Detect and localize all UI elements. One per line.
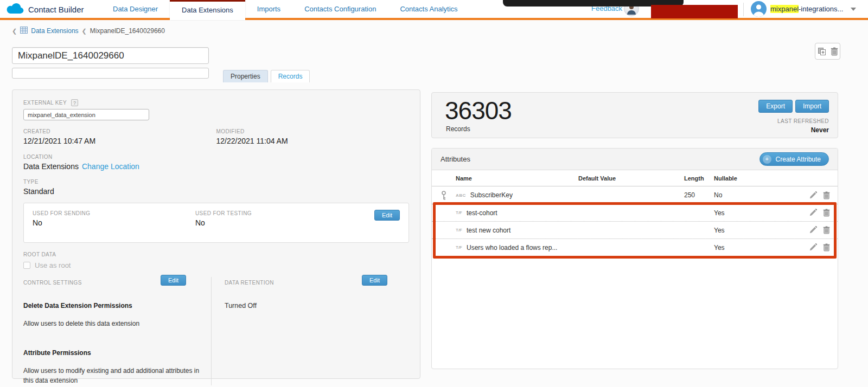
location-value: Data Extensions [23, 162, 79, 171]
attribute-name: test-cohort [467, 209, 497, 217]
breadcrumb-data-extensions-link[interactable]: Data Extensions [31, 27, 78, 35]
col-length: Length [684, 175, 714, 182]
page-action-buttons [815, 43, 840, 60]
created-label: CREATED [23, 128, 216, 134]
attributes-panel: Attributes + Create Attribute Name Defau… [431, 148, 838, 369]
cloud-logo-icon [7, 3, 24, 16]
modified-value: 12/22/2021 11:04 AM [216, 137, 410, 145]
last-refreshed-label: LAST REFRESHED [777, 118, 829, 124]
change-location-link[interactable]: Change Location [82, 162, 139, 171]
delete-extension-icon[interactable] [831, 47, 838, 56]
root-data-label: ROOT DATA [23, 251, 409, 257]
help-icon[interactable]: ? [71, 99, 78, 106]
chevron-left-icon: ❮ [82, 28, 87, 35]
attributes-table-header: Name Default Value Length Nullable [432, 170, 838, 186]
data-retention-value: Turned Off [225, 302, 409, 309]
primary-key-icon [432, 191, 456, 200]
attributes-title: Attributes [441, 155, 470, 163]
user-name: mixpanel-integrations... [770, 5, 843, 13]
delete-permissions-desc: Allow users to delete this data extensio… [23, 319, 202, 328]
boolean-type-icon: T/F [456, 228, 462, 233]
data-retention-label: DATA RETENTION [225, 280, 274, 286]
grid-icon [20, 27, 28, 35]
sending-settings-box: USED FOR SENDING No USED FOR TESTING No … [23, 203, 409, 243]
extension-description-input[interactable] [12, 68, 209, 79]
use-as-root-label: Use as root [35, 261, 71, 269]
table-row: T/F Users who loaded a flows rep... Yes [432, 238, 838, 256]
tab-records[interactable]: Records [271, 70, 310, 82]
attribute-nullable: Yes [714, 244, 779, 251]
modified-label: MODIFIED [216, 128, 410, 134]
edit-attribute-icon[interactable] [809, 243, 817, 251]
location-label: LOCATION [23, 154, 409, 160]
used-for-testing-value: No [195, 218, 252, 227]
nav-data-extensions[interactable]: Data Extensions [170, 0, 245, 20]
external-key-input[interactable] [23, 109, 149, 120]
delete-attribute-icon[interactable] [823, 243, 830, 251]
col-default-value: Default Value [578, 175, 684, 182]
delete-attribute-icon[interactable] [823, 191, 830, 199]
text-type-icon: ABC [456, 193, 466, 198]
redaction-box-red [651, 5, 738, 18]
edit-control-settings-button[interactable]: Edit [161, 275, 186, 286]
detail-tabs: Properties Records [223, 70, 310, 82]
import-button[interactable]: Import [795, 100, 829, 113]
type-label: TYPE [23, 179, 409, 185]
extension-name-input[interactable] [12, 47, 209, 64]
chevron-down-icon[interactable] [851, 8, 856, 11]
control-settings-label: CONTROL SETTINGS [23, 280, 82, 286]
export-button[interactable]: Export [758, 100, 793, 113]
type-value: Standard [23, 187, 409, 196]
plus-icon: + [763, 155, 771, 164]
records-count-label: Records [446, 125, 470, 133]
last-refreshed-value: Never [811, 126, 829, 134]
external-key-label: EXTERNAL KEY [23, 100, 67, 106]
table-row: T/F test-cohort Yes [432, 204, 838, 221]
attribute-permissions-title: Attribute Permissions [23, 349, 202, 357]
create-attribute-label: Create Attribute [776, 156, 821, 163]
delete-attribute-icon[interactable] [823, 209, 830, 217]
user-name-highlight: mixpanel [770, 5, 799, 13]
user-menu[interactable]: mixpanel-integrations... [751, 1, 856, 17]
records-summary-card: 36303 Records Export Import LAST REFRESH… [431, 92, 838, 138]
copy-extension-icon[interactable] [818, 47, 826, 56]
edit-attribute-icon[interactable] [809, 191, 817, 199]
delete-attribute-icon[interactable] [823, 226, 830, 234]
breadcrumb: ❮ Data Extensions ❮ MixpanelDE_164002966… [12, 27, 165, 35]
edit-data-retention-button[interactable]: Edit [362, 275, 387, 286]
app-brand[interactable]: Contact Builder [7, 3, 84, 16]
nav-contacts-analytics[interactable]: Contacts Analytics [388, 0, 469, 20]
attribute-name: test new cohort [467, 227, 510, 234]
attribute-name: SubscriberKey [470, 191, 513, 199]
create-attribute-button[interactable]: + Create Attribute [760, 152, 829, 166]
edit-attribute-icon[interactable] [809, 209, 817, 217]
attribute-length: 250 [684, 191, 714, 199]
user-avatar-icon [751, 1, 767, 17]
header-divider [743, 3, 744, 16]
edit-attribute-icon[interactable] [809, 226, 817, 234]
col-nullable: Nullable [714, 175, 779, 182]
app-title: Contact Builder [28, 5, 84, 14]
edit-sending-button[interactable]: Edit [374, 210, 400, 221]
breadcrumb-current: MixpanelDE_1640029660 [90, 27, 165, 35]
boolean-type-icon: T/F [456, 245, 462, 250]
nav-imports[interactable]: Imports [245, 0, 292, 20]
created-value: 12/21/2021 10:47 AM [23, 137, 216, 145]
use-as-root-checkbox [23, 262, 30, 269]
records-count: 36303 [445, 96, 512, 125]
attribute-nullable: Yes [714, 209, 779, 217]
used-for-testing-label: USED FOR TESTING [195, 210, 252, 216]
user-name-rest: -integrations... [799, 5, 843, 13]
attribute-nullable: Yes [714, 227, 779, 234]
table-row: ABC SubscriberKey 250 No [432, 186, 838, 204]
attribute-nullable: No [714, 191, 779, 199]
boolean-type-icon: T/F [456, 210, 462, 215]
tab-properties[interactable]: Properties [223, 70, 268, 82]
nav-contacts-configuration[interactable]: Contacts Configuration [292, 0, 388, 20]
nav-data-designer[interactable]: Data Designer [101, 0, 170, 20]
attribute-permissions-desc: Allow users to modify existing and add a… [23, 366, 202, 385]
col-name: Name [456, 175, 578, 182]
top-nav: Contact Builder Data Designer Data Exten… [0, 0, 868, 20]
used-for-sending-label: USED FOR SENDING [33, 210, 195, 216]
used-for-sending-value: No [33, 218, 195, 227]
